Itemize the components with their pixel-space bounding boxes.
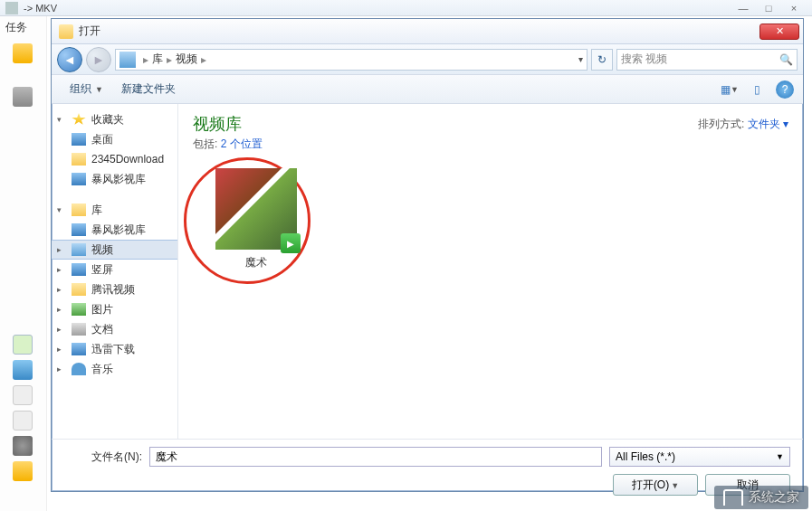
organize-button[interactable]: 组织▼	[61, 79, 112, 100]
download-icon	[72, 343, 86, 355]
file-item[interactable]: ▶ 魔术	[193, 168, 320, 270]
refresh-icon: ↻	[597, 53, 607, 66]
music-icon	[72, 363, 86, 375]
picture-icon	[72, 303, 86, 316]
watermark-logo-icon	[723, 489, 743, 506]
filename-label: 文件名(N):	[64, 449, 142, 465]
dialog-titlebar: 打开 ✕	[52, 19, 803, 44]
refresh-button[interactable]: ↻	[591, 49, 613, 71]
dialog-close-button[interactable]: ✕	[759, 24, 799, 40]
watermark-text: 系统之家	[749, 489, 799, 506]
folder-icon	[72, 283, 86, 296]
breadcrumb-icon	[119, 52, 136, 68]
sidebar-folder2-icon[interactable]	[13, 461, 33, 481]
nav-forward-button[interactable]: ►	[86, 47, 111, 72]
parent-close[interactable]: ×	[781, 3, 807, 14]
tree-item-lib-6[interactable]: ▸迅雷下载	[52, 339, 177, 359]
sort-dropdown[interactable]: 文件夹 ▾	[748, 118, 788, 130]
help-button[interactable]: ?	[776, 80, 794, 99]
parent-maximize[interactable]: □	[756, 3, 781, 14]
view-mode-button[interactable]: ▦ ▼	[718, 80, 741, 99]
parent-sidebar: 任务	[0, 16, 47, 511]
tree-item-desktop[interactable]: 桌面	[52, 129, 177, 149]
sidebar-folder-icon[interactable]	[13, 43, 33, 63]
watermark: 系统之家	[714, 486, 808, 509]
search-input[interactable]: 搜索 视频 🔍	[616, 49, 798, 71]
nav-back-button[interactable]: ◄	[57, 47, 82, 72]
star-icon	[72, 113, 86, 126]
favorites-group[interactable]: ▾收藏夹	[52, 109, 177, 129]
sidebar-gear-icon[interactable]	[13, 436, 33, 456]
parent-title: -> MKV	[24, 3, 57, 14]
library-subtitle: 包括: 2 个位置	[193, 137, 788, 152]
parent-minimize[interactable]: —	[731, 3, 756, 14]
libraries-group[interactable]: ▾库	[52, 200, 177, 220]
new-folder-button[interactable]: 新建文件夹	[112, 79, 185, 100]
open-button[interactable]: 打开(O)▼	[613, 474, 698, 496]
file-open-dialog: 打开 ✕ ◄ ► ▸ 库 ▸ 视频 ▸ ▾ ↻ 搜索 视频 🔍 组织▼ 新建文件…	[51, 18, 804, 492]
tree-item-lib-5[interactable]: ▸文档	[52, 319, 177, 339]
parent-titlebar: -> MKV — □ ×	[0, 0, 812, 16]
folder-icon	[72, 153, 86, 166]
dialog-icon	[59, 24, 73, 39]
tree-item-lib-1[interactable]: ▸视频	[52, 240, 177, 260]
search-placeholder: 搜索 视频	[621, 52, 667, 67]
library-icon	[72, 223, 86, 236]
tree-item-lib-2[interactable]: ▸竖屏	[52, 260, 177, 279]
sidebar-disc-icon[interactable]	[13, 411, 33, 431]
play-overlay-icon: ▶	[281, 233, 301, 253]
breadcrumb-current[interactable]: 视频	[176, 52, 197, 67]
desktop-icon	[72, 133, 86, 146]
document-icon	[72, 323, 86, 336]
app-icon	[5, 2, 18, 14]
sidebar-film-icon[interactable]	[13, 87, 33, 107]
search-icon: 🔍	[779, 53, 793, 66]
library-icon	[72, 173, 86, 185]
breadcrumb[interactable]: ▸ 库 ▸ 视频 ▸ ▾	[115, 49, 588, 71]
tree-item-download[interactable]: 2345Download	[52, 149, 177, 169]
toolbar: 组织▼ 新建文件夹 ▦ ▼ ▯ ?	[52, 75, 803, 104]
dialog-footer: 文件名(N): All Files (*.*)▼ 打开(O)▼ 取消	[52, 439, 803, 491]
sort-control: 排列方式: 文件夹 ▾	[698, 117, 788, 132]
tree-item-lib-0[interactable]: 暴风影视库	[52, 220, 177, 240]
video-thumbnail: ▶	[215, 168, 297, 250]
parent-task-label: 任务	[0, 16, 46, 38]
file-label: 魔术	[193, 255, 320, 270]
content-pane: 视频库 包括: 2 个位置 排列方式: 文件夹 ▾ ▶ 魔术	[178, 104, 803, 439]
tree-item-baofeng[interactable]: 暴风影视库	[52, 169, 177, 189]
sidebar-music-icon[interactable]	[13, 335, 33, 355]
sidebar-photo-icon[interactable]	[13, 360, 33, 380]
video-icon	[72, 243, 86, 256]
tree-item-lib-3[interactable]: ▸腾讯视频	[52, 279, 177, 299]
nav-bar: ◄ ► ▸ 库 ▸ 视频 ▸ ▾ ↻ 搜索 视频 🔍	[52, 44, 803, 75]
libraries-icon	[72, 203, 86, 216]
tree-item-lib-4[interactable]: ▸图片	[52, 299, 177, 319]
library-icon	[72, 263, 86, 276]
breadcrumb-root[interactable]: 库	[152, 52, 163, 67]
locations-link[interactable]: 2 个位置	[221, 137, 263, 150]
preview-pane-button[interactable]: ▯	[745, 80, 769, 99]
sidebar-doc-icon[interactable]	[13, 385, 33, 405]
dialog-title: 打开	[79, 24, 759, 39]
tree-item-lib-7[interactable]: ▸音乐	[52, 359, 177, 379]
tree-sidebar: ▾收藏夹 桌面 2345Download 暴风影视库 ▾库 暴风影视库 ▸视频 …	[52, 104, 178, 439]
filetype-dropdown[interactable]: All Files (*.*)▼	[609, 447, 790, 467]
filename-input[interactable]	[149, 447, 602, 467]
